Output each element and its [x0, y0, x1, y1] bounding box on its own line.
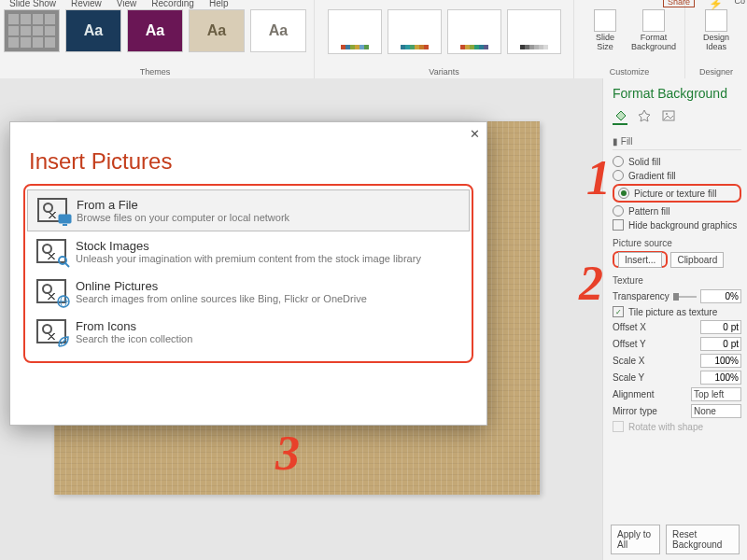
dialog-body-highlight: From a FileBrowse files on your computer…: [23, 184, 473, 363]
variants-group: Variants: [315, 0, 574, 78]
ribbon: Slide Show Review View Recording Help Sh…: [0, 0, 747, 79]
option-title: Online Pictures: [76, 279, 367, 293]
annotation-1: 1: [586, 154, 611, 203]
reset-background-button[interactable]: Reset Background: [666, 525, 740, 554]
customize-group: Slide Size Format Background Customize: [574, 0, 685, 78]
svg-point-10: [666, 113, 668, 115]
dialog-title: Insert Pictures: [10, 122, 486, 180]
scale-x-input[interactable]: [700, 354, 741, 368]
format-background-ribbon-button[interactable]: Format Background: [630, 9, 677, 52]
pattern-fill-radio[interactable]: Pattern fill: [613, 205, 741, 217]
transparency-input[interactable]: [700, 289, 741, 303]
picture-frame-icon: [36, 279, 66, 303]
alignment-select[interactable]: Top left: [691, 387, 741, 401]
option-title: Stock Images: [76, 239, 421, 253]
transparency-label: Transparency: [613, 291, 669, 301]
fill-section-header[interactable]: ▮ Fill: [613, 136, 741, 150]
picture-icon[interactable]: [661, 108, 676, 123]
designer-group: Design Ideas Designer: [685, 0, 747, 78]
close-icon[interactable]: ✕: [468, 128, 481, 141]
theme-tile-2[interactable]: Aa: [127, 9, 183, 52]
insert-pictures-dialog: ✕ Insert Pictures From a FileBrowse file…: [9, 121, 487, 426]
offset-y-input[interactable]: [700, 337, 741, 351]
option-desc: Search the icon collection: [76, 333, 192, 344]
theme-tile-1[interactable]: Aa: [65, 9, 121, 52]
share-button[interactable]: Share: [663, 0, 695, 7]
option-desc: Browse files on your computer or local n…: [77, 212, 289, 223]
theme-tile-3[interactable]: Aa: [189, 9, 245, 52]
insert-button-highlight: Insert...: [613, 251, 668, 268]
picture-frame-icon: [36, 319, 66, 343]
picture-fill-radio[interactable]: Picture or texture fill: [618, 188, 736, 199]
annotation-2: 2: [579, 259, 603, 308]
texture-label: Texture: [613, 275, 741, 286]
insert-option-2[interactable]: Online PicturesSearch images from online…: [27, 272, 470, 312]
leaf-icon: [57, 335, 71, 348]
themes-label: Themes: [140, 67, 171, 78]
apply-all-button[interactable]: Apply to All: [611, 525, 660, 554]
svg-point-2: [59, 257, 66, 264]
effects-icon[interactable]: [637, 108, 652, 123]
lightning-icon: ⚡: [709, 0, 723, 10]
scale-y-input[interactable]: [700, 371, 741, 385]
slide-size-button[interactable]: Slide Size: [582, 9, 628, 52]
themes-group: AaAaAaAa Themes: [0, 0, 315, 78]
panel-title: Format Background: [613, 86, 741, 101]
option-title: From a File: [77, 198, 289, 212]
search-icon: [57, 255, 71, 268]
mirror-select[interactable]: None: [691, 404, 741, 418]
offset-x-input[interactable]: [700, 320, 741, 334]
gradient-fill-radio[interactable]: Gradient fill: [613, 170, 741, 181]
svg-line-3: [65, 263, 69, 267]
theme-tile-4[interactable]: Aa: [250, 9, 306, 52]
variant-tile-2[interactable]: [447, 9, 501, 54]
option-desc: Unleash your imagination with premium co…: [76, 253, 421, 264]
designer-label: Designer: [699, 67, 733, 78]
insert-option-3[interactable]: From IconsSearch the icon collection: [27, 312, 470, 352]
svg-marker-8: [639, 110, 650, 121]
offset-y-label: Offset Y: [613, 339, 646, 349]
offset-x-label: Offset X: [613, 322, 646, 332]
picture-frame-icon: [37, 198, 67, 222]
insert-option-0[interactable]: From a FileBrowse files on your computer…: [27, 189, 470, 231]
picture-frame-icon: [36, 239, 66, 263]
option-title: From Icons: [76, 319, 192, 333]
clipboard-button[interactable]: Clipboard: [670, 252, 724, 268]
rotate-checkbox: Rotate with shape: [613, 421, 741, 432]
annotation-3: 3: [275, 429, 300, 478]
picture-fill-highlight: Picture or texture fill: [613, 184, 741, 203]
theme-tile-0[interactable]: [4, 9, 60, 52]
insert-button[interactable]: Insert...: [618, 252, 662, 268]
customize-label: Customize: [610, 67, 650, 78]
variant-tile-0[interactable]: [328, 9, 382, 54]
svg-rect-1: [63, 224, 67, 226]
tile-checkbox[interactable]: ✓Tile picture as texture: [613, 306, 741, 317]
fill-bucket-icon[interactable]: [613, 108, 627, 125]
variant-tile-3[interactable]: [507, 9, 561, 54]
transparency-row: Transparency: [613, 289, 741, 303]
monitor-icon: [58, 214, 72, 227]
transparency-slider[interactable]: [673, 296, 697, 298]
svg-rect-0: [59, 215, 71, 223]
solid-fill-radio[interactable]: Solid fill: [613, 156, 741, 167]
comments-cut: Co: [734, 0, 745, 6]
svg-marker-7: [616, 111, 626, 120]
alignment-label: Alignment: [613, 389, 654, 399]
mirror-label: Mirror type: [613, 406, 657, 416]
scale-y-label: Scale Y: [613, 372, 644, 383]
option-desc: Search images from online sources like B…: [76, 293, 367, 304]
format-background-panel: Format Background ▮ Fill Solid fill Grad…: [602, 78, 747, 560]
variant-tile-1[interactable]: [388, 9, 442, 54]
variants-label: Variants: [429, 67, 458, 78]
insert-option-1[interactable]: Stock ImagesUnleash your imagination wit…: [27, 231, 470, 272]
hide-bg-checkbox[interactable]: Hide background graphics: [613, 219, 741, 231]
globe-icon: [57, 295, 71, 308]
scale-x-label: Scale X: [613, 356, 644, 366]
design-ideas-button[interactable]: Design Ideas: [693, 9, 740, 52]
picture-source-label: Picture source: [613, 238, 741, 248]
